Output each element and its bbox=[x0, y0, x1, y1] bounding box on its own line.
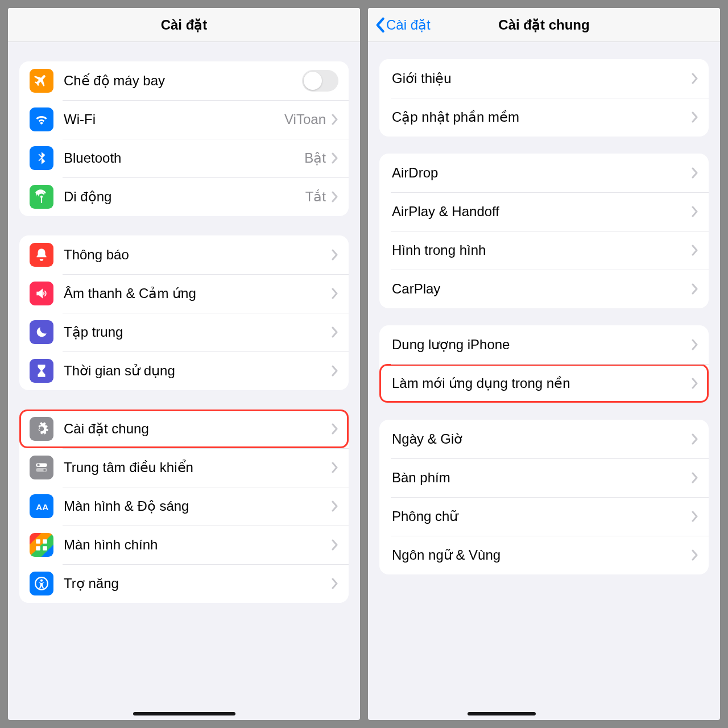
chevron-right-icon bbox=[332, 152, 338, 164]
back-label: Cài đặt bbox=[386, 17, 431, 33]
row-wifi[interactable]: Wi-Fi ViToan bbox=[19, 100, 349, 139]
row-display[interactable]: AA Màn hình & Độ sáng bbox=[19, 487, 349, 526]
svg-text:AA: AA bbox=[36, 502, 48, 512]
row-label: Tập trung bbox=[64, 324, 332, 340]
row-label: Chế độ máy bay bbox=[64, 73, 302, 89]
settings-group: Dung lượng iPhone Làm mới ứng dụng trong… bbox=[379, 325, 709, 403]
chevron-right-icon bbox=[332, 423, 338, 435]
toggle-switch[interactable] bbox=[302, 70, 338, 92]
settings-group: Chế độ máy bay Wi-Fi ViToan Bluetooth Bậ… bbox=[19, 61, 349, 216]
row-label: Thông báo bbox=[64, 247, 332, 263]
home-indicator bbox=[133, 712, 235, 715]
svg-point-2 bbox=[37, 464, 39, 466]
row-airplay[interactable]: AirPlay & Handoff bbox=[379, 192, 709, 231]
row-pip[interactable]: Hình trong hình bbox=[379, 231, 709, 270]
svg-rect-8 bbox=[43, 546, 47, 551]
row-bgrefresh[interactable]: Làm mới ứng dụng trong nền bbox=[379, 364, 709, 403]
chevron-right-icon bbox=[332, 500, 338, 512]
row-label: Dung lượng iPhone bbox=[392, 337, 692, 353]
chevron-right-icon bbox=[692, 111, 698, 123]
row-value: Bật bbox=[304, 150, 326, 166]
row-bluetooth[interactable]: Bluetooth Bật bbox=[19, 139, 349, 177]
settings-screen-right: Cài đặt Cài đặt chung Giới thiệu Cập nhậ… bbox=[368, 8, 720, 720]
row-label: Làm mới ứng dụng trong nền bbox=[392, 375, 692, 391]
row-label: Trung tâm điều khiển bbox=[64, 460, 332, 475]
row-label: Ngôn ngữ & Vùng bbox=[392, 547, 692, 563]
row-label: Bàn phím bbox=[392, 470, 692, 486]
row-datetime[interactable]: Ngày & Giờ bbox=[379, 420, 709, 458]
chevron-right-icon bbox=[332, 365, 338, 377]
row-label: Hình trong hình bbox=[392, 242, 692, 258]
bell-icon bbox=[30, 243, 53, 267]
row-carplay[interactable]: CarPlay bbox=[379, 270, 709, 308]
settings-screen-left: Cài đặt Chế độ máy bay Wi-Fi ViToan Blue… bbox=[8, 8, 360, 720]
row-homescreen[interactable]: Màn hình chính bbox=[19, 526, 349, 564]
back-button[interactable]: Cài đặt bbox=[375, 17, 431, 33]
chevron-right-icon bbox=[692, 73, 698, 84]
chevron-left-icon bbox=[375, 17, 385, 33]
row-label: Trợ năng bbox=[64, 576, 332, 592]
row-airplane[interactable]: Chế độ máy bay bbox=[19, 61, 349, 100]
row-accessibility[interactable]: Trợ năng bbox=[19, 564, 349, 603]
bt-icon bbox=[30, 146, 53, 170]
plane-icon bbox=[30, 69, 53, 93]
speaker-icon bbox=[30, 282, 53, 305]
row-fonts[interactable]: Phông chữ bbox=[379, 497, 709, 536]
row-screentime[interactable]: Thời gian sử dụng bbox=[19, 351, 349, 390]
hourglass-icon bbox=[30, 359, 53, 383]
row-label: Di động bbox=[64, 189, 305, 205]
navbar-right: Cài đặt Cài đặt chung bbox=[368, 8, 720, 42]
content-left[interactable]: Chế độ máy bay Wi-Fi ViToan Bluetooth Bậ… bbox=[8, 42, 360, 720]
chevron-right-icon bbox=[332, 462, 338, 473]
row-label: Wi-Fi bbox=[64, 111, 284, 127]
settings-group: Cài đặt chung Trung tâm điều khiển AA Mà… bbox=[19, 410, 349, 603]
svg-point-10 bbox=[40, 579, 43, 581]
content-right[interactable]: Giới thiệu Cập nhật phần mềm AirDrop Air… bbox=[368, 42, 720, 720]
row-keyboard[interactable]: Bàn phím bbox=[379, 458, 709, 497]
row-label: Phông chữ bbox=[392, 508, 692, 524]
row-general[interactable]: Cài đặt chung bbox=[19, 410, 349, 448]
svg-rect-5 bbox=[36, 539, 40, 544]
grid-icon bbox=[30, 533, 53, 557]
settings-group: AirDrop AirPlay & Handoff Hình trong hìn… bbox=[379, 154, 709, 308]
row-about[interactable]: Giới thiệu bbox=[379, 59, 709, 98]
row-update[interactable]: Cập nhật phần mềm bbox=[379, 98, 709, 136]
row-label: Thời gian sử dụng bbox=[64, 363, 332, 379]
row-storage[interactable]: Dung lượng iPhone bbox=[379, 325, 709, 364]
row-language[interactable]: Ngôn ngữ & Vùng bbox=[379, 536, 709, 574]
row-label: Màn hình chính bbox=[64, 537, 332, 553]
row-airdrop[interactable]: AirDrop bbox=[379, 154, 709, 192]
nav-title-left: Cài đặt bbox=[161, 17, 208, 33]
settings-group: Ngày & Giờ Bàn phím Phông chữ Ngôn ngữ &… bbox=[379, 420, 709, 574]
chevron-right-icon bbox=[332, 191, 338, 202]
settings-group: Giới thiệu Cập nhật phần mềm bbox=[379, 59, 709, 136]
svg-point-3 bbox=[43, 469, 46, 471]
switches-icon bbox=[30, 456, 53, 479]
chevron-right-icon bbox=[692, 378, 698, 389]
home-indicator bbox=[468, 712, 536, 715]
row-focus[interactable]: Tập trung bbox=[19, 313, 349, 351]
chevron-right-icon bbox=[332, 539, 338, 551]
chevron-right-icon bbox=[692, 549, 698, 561]
chevron-right-icon bbox=[692, 206, 698, 217]
nav-title-right: Cài đặt chung bbox=[498, 17, 589, 33]
row-label: Âm thanh & Cảm ứng bbox=[64, 286, 332, 301]
row-label: CarPlay bbox=[392, 281, 692, 297]
chevron-right-icon bbox=[692, 511, 698, 522]
navbar-left: Cài đặt bbox=[8, 8, 360, 42]
row-value: ViToan bbox=[284, 111, 326, 127]
row-label: Màn hình & Độ sáng bbox=[64, 498, 332, 514]
antenna-icon bbox=[30, 185, 53, 209]
row-label: AirDrop bbox=[392, 165, 692, 181]
chevron-right-icon bbox=[332, 288, 338, 299]
chevron-right-icon bbox=[332, 114, 338, 125]
row-notifications[interactable]: Thông báo bbox=[19, 235, 349, 274]
row-sounds[interactable]: Âm thanh & Cảm ứng bbox=[19, 274, 349, 313]
row-cellular[interactable]: Di động Tắt bbox=[19, 177, 349, 216]
row-label: Cài đặt chung bbox=[64, 421, 332, 437]
access-icon bbox=[30, 572, 53, 595]
svg-rect-7 bbox=[36, 546, 40, 551]
row-controlcenter[interactable]: Trung tâm điều khiển bbox=[19, 448, 349, 487]
row-label: Cập nhật phần mềm bbox=[392, 109, 692, 125]
row-label: AirPlay & Handoff bbox=[392, 204, 692, 220]
